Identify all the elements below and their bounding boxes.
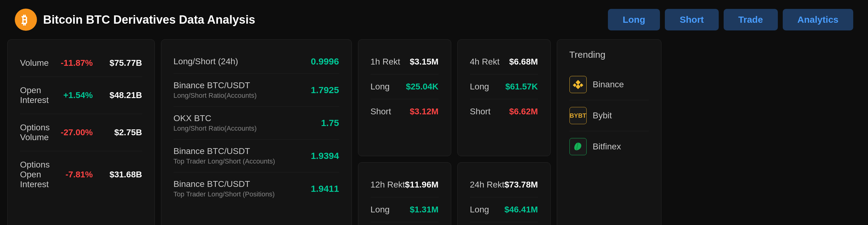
bybit-icon: BYBT	[569, 107, 587, 124]
rekt-long-24h: Long $46.41M	[470, 197, 538, 222]
ls-sub-2: Top Trader Long/Short (Accounts)	[174, 157, 275, 165]
ls-label-group-1: OKX BTC Long/Short Ratio(Accounts)	[174, 113, 257, 133]
rekt-panel-1h: 1h Rekt $3.15M Long $25.04K Short $3.12M	[358, 39, 451, 156]
rekt-long-label-12h: Long	[371, 205, 390, 215]
ls-header-row: Long/Short (24h) 0.9996	[174, 49, 339, 74]
rekt-short-4h: Short $6.62M	[470, 99, 538, 124]
rekt-long-12h: Long $1.31M	[371, 197, 439, 222]
main-content: Volume -11.87% $75.77B Open Interest +1.…	[0, 39, 868, 225]
trending-panel: Trending Binance BYBT Bybit	[557, 39, 661, 225]
ls-sub-0: Long/Short Ratio(Accounts)	[174, 91, 257, 100]
rekt-header-1h: 1h Rekt $3.15M	[371, 49, 439, 74]
stat-value-oi: $48.21B	[93, 90, 142, 100]
rekt-title-val-12h: $11.96M	[405, 180, 439, 190]
rekt-long-label-24h: Long	[470, 205, 489, 215]
stat-change-volume: -11.87%	[50, 58, 93, 68]
stat-change-opt-oi: -7.81%	[50, 170, 93, 180]
stat-row-oi: Open Interest +1.54% $48.21B	[20, 77, 142, 114]
rekt-title-val-24h: $73.78M	[504, 180, 538, 190]
ls-main-0: Binance BTC/USDT	[174, 80, 257, 90]
rekt-title-val-4h: $6.68M	[509, 57, 538, 67]
rekt-long-label-1h: Long	[371, 82, 390, 91]
trending-bybit[interactable]: BYBT Bybit	[569, 100, 649, 131]
binance-name: Binance	[593, 80, 624, 89]
rekt-header-24h: 24h Rekt $73.78M	[470, 173, 538, 197]
rekt-short-24h: Short $27.36M	[470, 222, 538, 225]
rekt-column-left: 1h Rekt $3.15M Long $25.04K Short $3.12M…	[358, 39, 451, 225]
stat-label-volume: Volume	[20, 58, 50, 68]
rekt-header-4h: 4h Rekt $6.68M	[470, 49, 538, 74]
stat-change-oi: +1.54%	[50, 90, 93, 100]
ls-sub-3: Top Trader Long/Short (Positions)	[174, 190, 275, 198]
bybit-name: Bybit	[593, 111, 612, 120]
rekt-short-val-1h: $3.12M	[410, 107, 438, 116]
rekt-short-label-4h: Short	[470, 107, 491, 116]
rekt-title-4h: 4h Rekt	[470, 57, 500, 67]
nav-trade[interactable]: Trade	[724, 9, 778, 30]
stats-panel: Volume -11.87% $75.77B Open Interest +1.…	[7, 39, 155, 225]
longshort-panel: Long/Short (24h) 0.9996 Binance BTC/USDT…	[161, 39, 352, 225]
ls-row-0: Binance BTC/USDT Long/Short Ratio(Accoun…	[174, 74, 339, 107]
ls-main-2: Binance BTC/USDT	[174, 146, 275, 156]
ls-row-2: Binance BTC/USDT Top Trader Long/Short (…	[174, 140, 339, 173]
rekt-long-val-24h: $46.41M	[504, 205, 538, 215]
nav-long[interactable]: Long	[608, 9, 660, 30]
nav-buttons: Long Short Trade Analytics	[608, 9, 853, 30]
stat-label-oi: Open Interest	[20, 85, 50, 105]
rekt-short-1h: Short $3.12M	[371, 99, 439, 124]
stat-value-opt-vol: $2.75B	[93, 127, 142, 138]
rekt-long-val-12h: $1.31M	[410, 205, 438, 215]
svg-marker-1	[576, 80, 581, 85]
nav-analytics[interactable]: Analytics	[783, 9, 853, 30]
rekt-panels-group: 1h Rekt $3.15M Long $25.04K Short $3.12M…	[358, 39, 551, 225]
stat-label-opt-oi: Options Open Interest	[20, 160, 50, 189]
btc-icon: ₿	[15, 9, 37, 31]
ls-value-2: 1.9394	[311, 151, 339, 161]
ls-title-value: 0.9996	[311, 56, 339, 67]
svg-marker-4	[576, 84, 581, 89]
ls-main-1: OKX BTC	[174, 113, 257, 123]
ls-label-group-2: Binance BTC/USDT Top Trader Long/Short (…	[174, 146, 275, 165]
rekt-short-12h: Short $10.65M	[371, 222, 439, 225]
ls-label-group-0: Binance BTC/USDT Long/Short Ratio(Accoun…	[174, 80, 257, 100]
trending-bitfinex[interactable]: Bitfinex	[569, 131, 649, 162]
rekt-long-val-4h: $61.57K	[505, 82, 538, 91]
stat-value-volume: $75.77B	[93, 58, 142, 68]
stat-row-volume: Volume -11.87% $75.77B	[20, 49, 142, 77]
svg-text:₿: ₿	[22, 13, 27, 27]
trending-binance[interactable]: Binance	[569, 69, 649, 100]
binance-icon	[569, 76, 587, 93]
rekt-title-1h: 1h Rekt	[371, 57, 400, 67]
ls-value-3: 1.9411	[311, 184, 339, 194]
bitfinex-name: Bitfinex	[593, 142, 621, 152]
rekt-column-right: 4h Rekt $6.68M Long $61.57K Short $6.62M…	[457, 39, 551, 225]
ls-row-1: OKX BTC Long/Short Ratio(Accounts) 1.75	[174, 107, 339, 140]
ls-value-0: 1.7925	[311, 85, 339, 95]
header-left: ₿ Bitcoin BTC Derivatives Data Analysis	[15, 9, 255, 31]
rekt-short-val-4h: $6.62M	[509, 107, 538, 116]
stat-label-opt-vol: Options Volume	[20, 123, 50, 142]
rekt-long-label-4h: Long	[470, 82, 489, 91]
rekt-header-12h: 12h Rekt $11.96M	[371, 173, 439, 197]
rekt-long-1h: Long $25.04K	[371, 74, 439, 99]
rekt-panel-12h: 12h Rekt $11.96M Long $1.31M Short $10.6…	[358, 162, 451, 225]
stat-change-opt-vol: -27.00%	[50, 127, 93, 138]
ls-label-group-3: Binance BTC/USDT Top Trader Long/Short (…	[174, 179, 275, 198]
rekt-short-label-1h: Short	[371, 107, 391, 116]
rekt-panel-4h: 4h Rekt $6.68M Long $61.57K Short $6.62M	[457, 39, 551, 156]
page-title: Bitcoin BTC Derivatives Data Analysis	[43, 13, 255, 27]
ls-main-3: Binance BTC/USDT	[174, 179, 275, 189]
rekt-title-val-1h: $3.15M	[410, 57, 438, 67]
rekt-long-4h: Long $61.57K	[470, 74, 538, 99]
trending-title: Trending	[569, 49, 649, 60]
stat-row-opt-vol: Options Volume -27.00% $2.75B	[20, 114, 142, 151]
stat-value-opt-oi: $31.68B	[93, 170, 142, 180]
stat-row-opt-oi: Options Open Interest -7.81% $31.68B	[20, 151, 142, 198]
rekt-title-12h: 12h Rekt	[371, 180, 405, 190]
rekt-title-24h: 24h Rekt	[470, 180, 504, 190]
ls-title: Long/Short (24h)	[174, 57, 238, 66]
rekt-long-val-1h: $25.04K	[406, 82, 439, 91]
ls-value-1: 1.75	[321, 118, 339, 128]
nav-short[interactable]: Short	[665, 9, 718, 30]
rekt-panel-24h: 24h Rekt $73.78M Long $46.41M Short $27.…	[457, 162, 551, 225]
